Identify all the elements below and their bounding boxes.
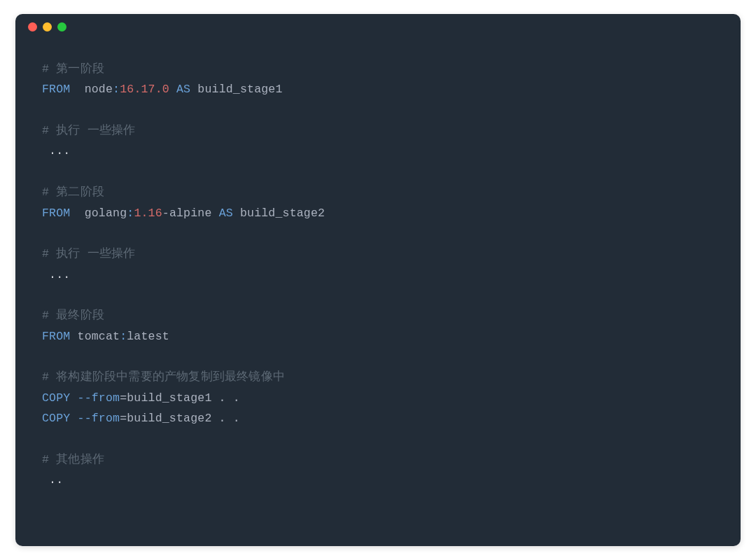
code-line: FROM tomcat:latest — [42, 326, 714, 347]
keyword-from: FROM — [42, 330, 70, 343]
stage-name: build_stage2 — [240, 207, 325, 220]
code-line: COPY --from=build_stage1 . . — [42, 388, 714, 408]
blank-line — [42, 162, 714, 182]
code-line: .. — [42, 470, 714, 490]
code-line: COPY --from=build_stage2 . . — [42, 408, 714, 428]
code-line: FROM node:16.17.0 AS build_stage1 — [42, 79, 714, 99]
image-version: 16.17.0 — [120, 83, 169, 96]
copy-args: =build_stage2 . . — [120, 412, 240, 425]
keyword-from: FROM — [42, 83, 70, 96]
code-window: # 第一阶段 FROM node:16.17.0 AS build_stage1… — [15, 14, 741, 546]
blank-line — [42, 223, 714, 244]
keyword-as: AS — [219, 207, 233, 220]
blank-line — [42, 100, 714, 120]
code-line: # 将构建阶段中需要的产物复制到最终镜像中 — [42, 367, 714, 387]
image-version: 1.16 — [134, 207, 162, 220]
keyword-copy: COPY — [42, 391, 70, 405]
minimize-dot[interactable] — [43, 22, 52, 32]
close-dot[interactable] — [28, 22, 37, 32]
ellipsis: ... — [42, 268, 70, 281]
ellipsis: .. — [42, 473, 63, 487]
keyword-copy: COPY — [42, 412, 70, 425]
code-line: # 执行 一些操作 — [42, 244, 714, 264]
comment-text: # 第一阶段 — [42, 62, 104, 76]
code-line: # 执行 一些操作 — [42, 120, 714, 141]
comment-text: # 将构建阶段中需要的产物复制到最终镜像中 — [42, 370, 285, 384]
code-line: FROM golang:1.16-alpine AS build_stage2 — [42, 203, 714, 223]
code-line: # 最终阶段 — [42, 305, 714, 326]
comment-text: # 最终阶段 — [42, 309, 104, 322]
comment-text: # 其他操作 — [42, 453, 104, 466]
comment-text: # 第二阶段 — [42, 186, 104, 199]
blank-line — [42, 285, 714, 305]
image-name: golang — [85, 207, 127, 220]
blank-line — [42, 428, 714, 449]
code-line: # 第一阶段 — [42, 59, 714, 79]
comment-text: # 执行 一些操作 — [42, 247, 136, 260]
copy-args: =build_stage1 . . — [120, 391, 240, 405]
code-line: ... — [42, 141, 714, 161]
image-tag: latest — [127, 330, 169, 343]
stage-name: build_stage1 — [197, 83, 282, 96]
window-title-bar — [15, 14, 741, 39]
image-name: tomcat — [78, 330, 120, 343]
code-content: # 第一阶段 FROM node:16.17.0 AS build_stage1… — [15, 39, 741, 505]
comment-text: # 执行 一些操作 — [42, 124, 136, 137]
copy-flag: --from — [78, 391, 120, 405]
code-line: # 其他操作 — [42, 449, 714, 470]
code-line: # 第二阶段 — [42, 182, 714, 202]
keyword-from: FROM — [42, 207, 70, 220]
copy-flag: --from — [78, 412, 120, 425]
ellipsis: ... — [42, 144, 70, 158]
code-line: ... — [42, 265, 714, 285]
image-name: node — [85, 83, 113, 96]
blank-line — [42, 347, 714, 367]
keyword-as: AS — [176, 83, 190, 96]
maximize-dot[interactable] — [57, 22, 66, 32]
